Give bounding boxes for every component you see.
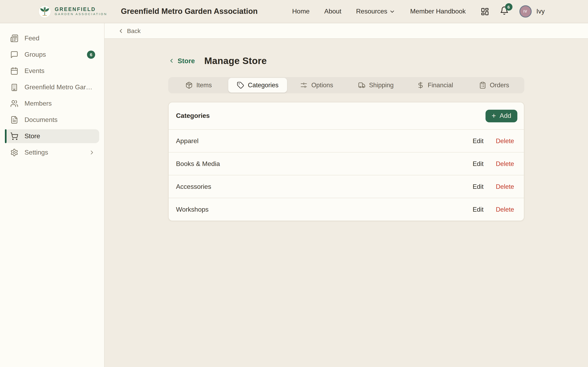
nav-home[interactable]: Home	[292, 8, 310, 15]
clipboard-icon	[479, 82, 486, 89]
add-button[interactable]: + Add	[485, 109, 517, 122]
app-header: GREENFIELD GARDEN ASSOCIATION Greenfield…	[0, 0, 588, 23]
breadcrumb-store[interactable]: Store	[168, 57, 195, 65]
card-title: Categories	[176, 112, 210, 119]
notifications-button[interactable]: 6	[500, 6, 509, 17]
tab-label: Shipping	[369, 82, 394, 89]
sidebar-item-label: Events	[25, 67, 44, 75]
card-header: Categories + Add	[169, 102, 524, 129]
sidebar-item-groups[interactable]: Groups6	[5, 48, 99, 62]
sidebar-item-settings[interactable]: Settings	[5, 146, 99, 159]
delete-link[interactable]: Delete	[496, 160, 514, 167]
nav-member-handbook[interactable]: Member Handbook	[410, 8, 466, 15]
truck-icon	[358, 82, 365, 89]
plus-icon: +	[492, 112, 496, 119]
sidebar-item-store[interactable]: Store	[5, 129, 99, 143]
chat-icon	[10, 50, 18, 59]
users-icon	[10, 100, 18, 108]
tab-financial[interactable]: Financial	[405, 78, 464, 92]
sidebar-item-documents[interactable]: Documents	[5, 113, 99, 127]
sidebar: FeedGroups6EventsGreenfield Metro Garden…	[0, 23, 104, 367]
tab-items[interactable]: Items	[169, 78, 228, 92]
sidebar-item-feed[interactable]: Feed	[5, 31, 99, 45]
content: Store Manage Store ItemsCategoriesOption…	[104, 39, 588, 367]
edit-link[interactable]: Edit	[473, 183, 484, 190]
brand-wordmark: GREENFIELD GARDEN ASSOCIATION	[55, 7, 107, 16]
category-name: Apparel	[176, 137, 473, 145]
categories-list: ApparelEditDeleteBooks & MediaEditDelete…	[169, 129, 524, 221]
page-head: Store Manage Store	[168, 54, 524, 67]
apps-grid-icon[interactable]	[480, 7, 489, 16]
sidebar-item-label: Settings	[25, 149, 48, 156]
tab-options[interactable]: Options	[287, 78, 346, 92]
category-row-books-media: Books & MediaEditDelete	[169, 152, 524, 175]
top-nav: HomeAboutResourcesMember Handbook	[292, 8, 466, 15]
chevron-right-icon	[89, 149, 95, 156]
sliders-icon	[300, 82, 308, 89]
category-name: Accessories	[176, 183, 473, 190]
building-icon	[10, 83, 18, 91]
tab-categories[interactable]: Categories	[228, 78, 287, 92]
tab-label: Financial	[428, 82, 453, 89]
store-tabs: ItemsCategoriesOptionsShippingFinancialO…	[168, 77, 524, 93]
header-right: HomeAboutResourcesMember Handbook 6 IV I…	[292, 5, 588, 17]
sidebar-item-events[interactable]: Events	[5, 64, 99, 78]
brand-logo-sprout-icon	[38, 5, 51, 18]
back-bar: Back	[104, 23, 588, 39]
sidebar-item-label: Documents	[25, 116, 58, 124]
category-name: Books & Media	[176, 160, 473, 167]
delete-link[interactable]: Delete	[496, 137, 514, 145]
sidebar-item-label: Greenfield Metro Garden…	[25, 83, 95, 91]
tab-shipping[interactable]: Shipping	[346, 78, 405, 92]
chevron-down-icon	[389, 8, 396, 15]
chevron-left-icon	[118, 27, 124, 34]
dollar-icon	[417, 82, 424, 89]
user-name: Ivy	[536, 8, 545, 15]
nav-resources[interactable]: Resources	[356, 8, 396, 15]
categories-card: Categories + Add ApparelEditDeleteBooks …	[168, 102, 524, 221]
sidebar-item-label: Feed	[25, 35, 39, 42]
edit-link[interactable]: Edit	[473, 206, 484, 213]
org-title: Greenfield Metro Garden Association	[121, 7, 258, 16]
tag-icon	[237, 82, 244, 89]
brand[interactable]: GREENFIELD GARDEN ASSOCIATION	[0, 5, 104, 18]
gear-icon	[10, 149, 18, 157]
sidebar-item-members[interactable]: Members	[5, 97, 99, 110]
tab-label: Items	[196, 82, 212, 89]
tab-label: Categories	[248, 82, 278, 89]
app-window: GREENFIELD GARDEN ASSOCIATION Greenfield…	[0, 0, 588, 367]
category-row-workshops: WorkshopsEditDelete	[169, 198, 524, 221]
sidebar-item-greenfield-metro-garden[interactable]: Greenfield Metro Garden…	[5, 80, 99, 94]
calendar-icon	[10, 67, 18, 75]
sidebar-item-label: Store	[25, 133, 40, 140]
brand-subtitle: GARDEN ASSOCIATION	[55, 13, 107, 16]
notification-badge: 6	[505, 3, 512, 11]
document-icon	[10, 116, 18, 124]
sidebar-item-label: Groups	[25, 51, 46, 58]
tab-orders[interactable]: Orders	[465, 78, 523, 92]
tab-label: Orders	[490, 82, 509, 89]
package-icon	[185, 82, 193, 89]
unread-badge: 6	[87, 50, 95, 59]
delete-link[interactable]: Delete	[496, 183, 514, 190]
delete-link[interactable]: Delete	[496, 206, 514, 213]
sidebar-item-label: Members	[25, 100, 52, 107]
edit-link[interactable]: Edit	[473, 160, 484, 167]
category-row-apparel: ApparelEditDelete	[169, 129, 524, 152]
edit-link[interactable]: Edit	[473, 137, 484, 145]
category-row-accessories: AccessoriesEditDelete	[169, 175, 524, 198]
newspaper-icon	[10, 34, 18, 42]
avatar-initials: IV	[523, 9, 527, 13]
chevron-left-icon	[168, 58, 175, 64]
page-title: Manage Store	[204, 55, 267, 66]
tab-label: Options	[311, 82, 333, 89]
cart-icon	[10, 132, 18, 140]
category-name: Workshops	[176, 206, 473, 213]
main-area: Back Store Manage Store ItemsCategoriesO…	[104, 23, 588, 367]
nav-about[interactable]: About	[324, 8, 341, 15]
back-button[interactable]: Back	[118, 27, 141, 34]
avatar[interactable]: IV	[519, 5, 531, 17]
brand-title: GREENFIELD	[55, 7, 107, 12]
